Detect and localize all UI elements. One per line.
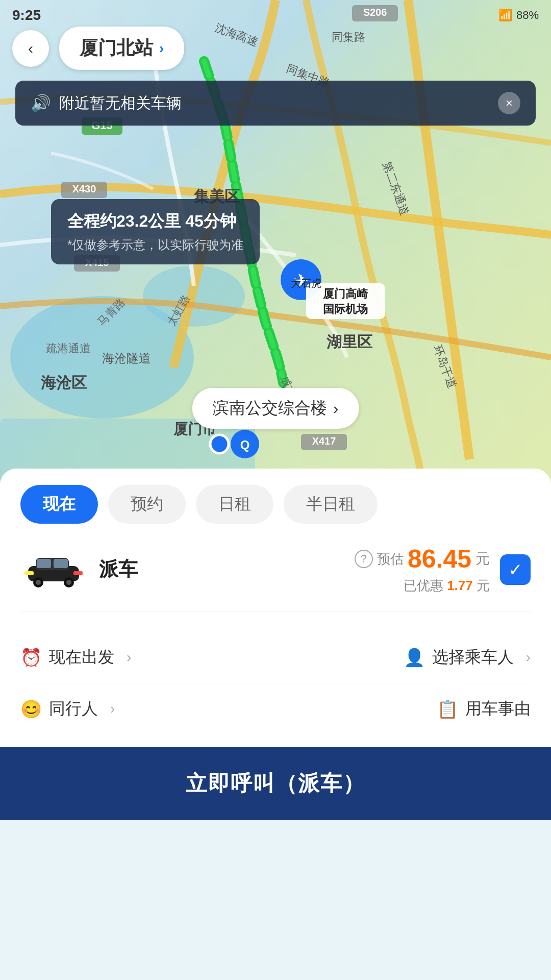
dest-lower-label: 滨南公交综合楼 [213,397,327,420]
back-icon: ‹ [28,40,33,57]
passenger-arrow-icon: › [526,649,531,666]
tab-day-rental[interactable]: 日租 [196,485,273,524]
svg-text:海沧区: 海沧区 [41,374,87,391]
tabs-row: 现在 预约 日租 半日租 [20,485,531,524]
back-button[interactable]: ‹ [12,30,49,67]
price-label-text: 预估 [377,550,404,568]
svg-rect-46 [73,571,83,575]
car-icon [20,552,87,587]
status-icons: 📶 88% [498,9,539,22]
price-label: ? 预估 86.45 元 [355,544,490,574]
price-block: ? 预估 86.45 元 已优惠 1.77 元 [355,544,490,595]
alert-close-button[interactable]: × [498,92,520,114]
dest-lower-arrow-icon: › [333,399,339,418]
action-rows: ⏰ 现在出发 › 👤 选择乘车人 › 😊 同行人 › 📋 用车事由 [20,632,531,734]
destination-arrow-icon: › [159,40,164,57]
svg-point-42 [66,580,71,585]
bottom-panel: 现在 预约 日租 半日租 派车 ? [0,469,551,820]
destination-pill[interactable]: 厦门北站 › [59,27,184,70]
svg-point-34 [210,435,229,453]
depart-arrow-icon: › [127,649,131,666]
companions-arrow-icon: › [110,701,115,717]
alert-message: 附近暂无相关车辆 [59,93,182,114]
svg-rect-43 [37,559,51,568]
discount-unit: 元 [477,578,490,593]
select-passenger-label: 选择乘车人 [432,646,514,669]
action-row-2: 😊 同行人 › 📋 用车事由 [20,683,531,734]
svg-text:第二东通道: 第二东通道 [380,160,411,217]
svg-text:海沧隧道: 海沧隧道 [102,351,151,365]
price-number: 86.45 [408,544,471,574]
svg-text:国际机场: 国际机场 [323,303,368,315]
price-unit: 元 [475,549,490,569]
tab-reservation[interactable]: 预约 [108,485,186,524]
clock-icon: ⏰ [20,647,41,668]
status-bar: 9:25 📶 88% [0,0,551,31]
svg-text:X430: X430 [72,183,96,194]
tab-now[interactable]: 现在 [20,485,98,524]
svg-rect-44 [54,559,68,568]
people-icon: 😊 [20,699,41,719]
info-icon[interactable]: ? [355,550,373,568]
price-discount: 已优惠 1.77 元 [355,577,490,595]
svg-text:X417: X417 [312,435,336,447]
doc-icon: 📋 [437,699,457,719]
svg-text:厦门高崎: 厦门高崎 [322,287,368,300]
call-button-label: 立即呼叫（派车） [186,771,365,795]
tab-half-day-rental[interactable]: 半日租 [284,485,378,524]
svg-text:大石虎: 大石虎 [291,278,321,289]
destination-lower-pill[interactable]: 滨南公交综合楼 › [192,388,359,429]
route-info-bubble: 全程约23.2公里 45分钟 *仅做参考示意，以实际行驶为准 [51,199,260,264]
depart-now-action[interactable]: ⏰ 现在出发 › [20,646,276,669]
route-note: *仅做参考示意，以实际行驶为准 [67,237,243,253]
route-distance-time: 全程约23.2公里 45分钟 [67,210,243,233]
depart-now-label: 现在出发 [49,646,114,669]
svg-point-40 [36,580,41,585]
companions-action[interactable]: 😊 同行人 › [20,698,276,720]
car-reason-label: 用车事由 [465,698,531,720]
svg-text:湖里区: 湖里区 [327,333,372,350]
svg-text:Q: Q [240,438,250,452]
svg-rect-45 [24,571,34,575]
car-left: 派车 [20,552,138,587]
discount-amount: 1.77 [447,578,473,593]
status-time: 9:25 [12,7,41,23]
svg-text:疏港通道: 疏港通道 [46,342,91,355]
signal-icon: 📶 [498,9,512,22]
companions-label: 同行人 [49,698,98,720]
battery-icon: 88% [516,9,539,22]
close-icon: × [506,96,513,110]
header-bar: ‹ 厦门北站 › [12,27,539,70]
car-name: 派车 [99,556,138,582]
car-right: ? 预估 86.45 元 已优惠 1.77 元 ✓ [355,544,531,595]
volume-icon: 🔊 [31,93,51,113]
discount-label: 已优惠 [404,578,443,593]
alert-banner: 🔊 附近暂无相关车辆 × [15,81,536,126]
select-check-button[interactable]: ✓ [500,554,531,585]
car-option-row: 派车 ? 预估 86.45 元 已优惠 1.77 元 ✓ [20,544,531,611]
destination-label: 厦门北站 [80,36,153,61]
select-passenger-action[interactable]: 👤 选择乘车人 › [276,646,531,669]
alert-text: 🔊 附近暂无相关车辆 [31,93,182,114]
action-row-1: ⏰ 现在出发 › 👤 选择乘车人 › [20,632,531,683]
call-button[interactable]: 立即呼叫（派车） [0,747,551,820]
car-reason-action[interactable]: 📋 用车事由 [276,698,531,720]
check-icon: ✓ [508,559,522,580]
person-icon: 👤 [404,647,424,668]
map-container: G15 X430 X415 X417 S206 集美区 海沧区 湖里区 厦门市 … [0,0,551,485]
